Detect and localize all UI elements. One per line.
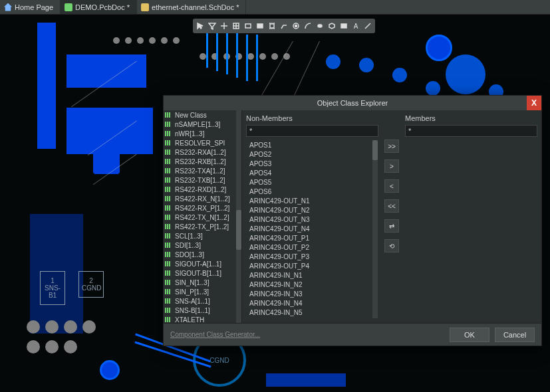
- reset-button[interactable]: ⟲: [384, 239, 399, 252]
- non-members-label: Non-Members: [246, 114, 378, 122]
- tool-fill[interactable]: [254, 20, 266, 32]
- tab-pcbdoc[interactable]: DEMO.PcbDoc *: [61, 0, 137, 14]
- tree-scroll-thumb[interactable]: [236, 210, 241, 250]
- netclass-icon: [165, 233, 173, 239]
- tree-item[interactable]: RS422-TX_P[1..2]: [164, 222, 241, 231]
- list-item[interactable]: ARINC429-OUT_P1: [247, 233, 378, 243]
- tool-grid[interactable]: [230, 20, 242, 32]
- tree-scrollbar[interactable]: [236, 110, 241, 323]
- list-item[interactable]: ARINC429-IN_N4: [247, 298, 378, 308]
- list-item[interactable]: ARINC429-OUT_N1: [247, 196, 378, 205]
- tree-item[interactable]: RS422-RXD[1..2]: [164, 185, 241, 194]
- list-item[interactable]: APOS6: [247, 187, 378, 196]
- tree-item[interactable]: nWR[1..3]: [164, 129, 241, 138]
- tree-item[interactable]: RS232-RXA[1..2]: [164, 147, 241, 157]
- tab-schdoc[interactable]: ethernet-channel.SchDoc *: [137, 0, 246, 14]
- swap-button[interactable]: ⇄: [384, 219, 399, 233]
- non-members-scrollbar[interactable]: [372, 140, 378, 318]
- tree-item[interactable]: RS422-RX_N[1..2]: [164, 194, 241, 203]
- list-item[interactable]: APOS1: [247, 140, 378, 149]
- list-item[interactable]: ARINC429-OUT_P4: [247, 261, 378, 270]
- tool-arc[interactable]: [302, 20, 314, 32]
- list-item[interactable]: ARINC429-IN_N2: [247, 280, 378, 289]
- members-filter[interactable]: [405, 125, 537, 137]
- netclass-icon: [165, 121, 173, 128]
- list-item[interactable]: APOS2: [247, 149, 378, 159]
- tree-item[interactable]: nSAMPLE[1..3]: [164, 120, 241, 129]
- tool-via[interactable]: [290, 20, 302, 32]
- netclass-icon: [165, 251, 173, 258]
- tab-home[interactable]: Home Page: [0, 0, 61, 14]
- class-tree[interactable]: New ClassnSAMPLE[1..3]nWR[1..3]RESOLVER_…: [164, 110, 242, 323]
- non-members-scroll-thumb[interactable]: [372, 140, 378, 160]
- pcb-icon: [65, 3, 72, 11]
- class-generator-link[interactable]: Component Class Generator...: [170, 331, 260, 338]
- tool-polygon[interactable]: [326, 20, 338, 32]
- members-list[interactable]: [405, 140, 537, 319]
- move-left-button[interactable]: <: [384, 179, 399, 193]
- move-right-button[interactable]: >: [384, 159, 399, 173]
- tree-item[interactable]: SNS-B[1..1]: [164, 306, 241, 315]
- netclass-icon: [165, 298, 173, 304]
- tool-component[interactable]: [266, 20, 278, 32]
- tab-label: Home Page: [15, 3, 53, 11]
- tree-item[interactable]: XTALETH: [164, 315, 241, 323]
- list-item[interactable]: ARINC429-OUT_N2: [247, 205, 378, 215]
- list-item[interactable]: ARINC429-IN_N6: [247, 317, 378, 319]
- non-members-list[interactable]: APOS1APOS2APOS3APOS4APOS5APOS6ARINC429-O…: [246, 140, 378, 319]
- close-button[interactable]: X: [527, 96, 541, 110]
- list-item[interactable]: ARINC429-OUT_N3: [247, 215, 378, 224]
- tool-move[interactable]: [218, 20, 230, 32]
- list-item[interactable]: ARINC429-OUT_P2: [247, 243, 378, 252]
- move-all-left-button[interactable]: <<: [384, 199, 399, 213]
- tool-rect[interactable]: [242, 20, 254, 32]
- tool-filter[interactable]: [206, 20, 218, 32]
- list-item[interactable]: ARINC429-IN_N5: [247, 308, 378, 317]
- tree-item[interactable]: New Class: [164, 110, 241, 120]
- tree-item[interactable]: SIGOUT-B[1..1]: [164, 268, 241, 278]
- netclass-icon: [165, 214, 173, 221]
- tree-item[interactable]: SDO[1..3]: [164, 250, 241, 259]
- netclass-icon: [165, 270, 173, 276]
- tree-item[interactable]: RS422-RX_P[1..2]: [164, 203, 241, 213]
- tree-item[interactable]: SIN_N[1..3]: [164, 278, 241, 287]
- tool-line[interactable]: [362, 20, 374, 32]
- tool-pad[interactable]: [314, 20, 326, 32]
- tree-item[interactable]: RS232-TXA[1..2]: [164, 166, 241, 175]
- tree-item-label: SDI[1..3]: [175, 242, 201, 249]
- tree-item[interactable]: RS232-TXB[1..2]: [164, 175, 241, 185]
- tree-item-label: SCL[1..3]: [175, 233, 203, 240]
- list-item[interactable]: APOS4: [247, 168, 378, 177]
- netclass-icon: [165, 288, 173, 295]
- tree-item[interactable]: SNS-A[1..1]: [164, 296, 241, 306]
- tree-item[interactable]: RS232-RXB[1..2]: [164, 157, 241, 166]
- netclass-icon: [165, 223, 173, 230]
- tool-region[interactable]: [338, 20, 350, 32]
- move-all-right-button[interactable]: >>: [384, 140, 399, 153]
- tool-text[interactable]: A: [350, 20, 362, 32]
- tree-item[interactable]: RS422-TX_N[1..2]: [164, 213, 241, 222]
- tree-item-label: RS232-RXA[1..2]: [175, 149, 226, 156]
- tool-select[interactable]: [194, 20, 206, 32]
- netclass-icon: [165, 307, 173, 314]
- list-item[interactable]: ARINC429-OUT_P3: [247, 252, 378, 261]
- list-item[interactable]: ARINC429-IN_N1: [247, 270, 378, 280]
- tree-item[interactable]: SIN_P[1..3]: [164, 287, 241, 296]
- tree-item[interactable]: SIGOUT-A[1..1]: [164, 259, 241, 268]
- non-members-filter[interactable]: [246, 125, 378, 137]
- tree-item[interactable]: RESOLVER_SPI: [164, 138, 241, 147]
- placement-toolbar: A: [193, 19, 375, 33]
- tool-track[interactable]: [278, 20, 290, 32]
- netclass-icon: [165, 279, 173, 286]
- list-item[interactable]: APOS3: [247, 159, 378, 168]
- tree-item[interactable]: SDI[1..3]: [164, 241, 241, 250]
- tree-item[interactable]: SCL[1..3]: [164, 231, 241, 241]
- ok-button[interactable]: OK: [450, 328, 489, 342]
- list-item[interactable]: ARINC429-OUT_N4: [247, 224, 378, 233]
- cancel-button[interactable]: Cancel: [495, 328, 535, 342]
- list-item[interactable]: ARINC429-IN_N3: [247, 289, 378, 298]
- tree-item-label: RS422-TX_N[1..2]: [175, 214, 229, 221]
- list-item[interactable]: APOS5: [247, 177, 378, 187]
- tab-label: ethernet-channel.SchDoc *: [152, 3, 239, 11]
- dialog-titlebar[interactable]: Object Class Explorer X: [164, 96, 541, 110]
